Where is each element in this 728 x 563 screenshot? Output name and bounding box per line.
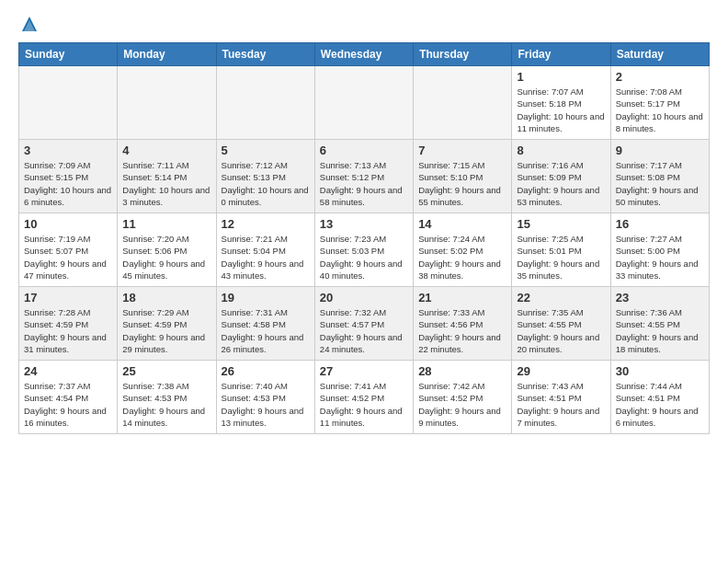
day-info: Sunrise: 7:24 AM Sunset: 5:02 PM Dayligh… [418,233,506,282]
table-row: 4Sunrise: 7:11 AM Sunset: 5:14 PM Daylig… [118,140,216,213]
calendar-week-row: 17Sunrise: 7:28 AM Sunset: 4:59 PM Dayli… [19,287,710,361]
day-info: Sunrise: 7:07 AM Sunset: 5:18 PM Dayligh… [517,86,605,134]
day-number: 19 [222,291,310,304]
logo [18,15,39,33]
calendar-week-row: 1Sunrise: 7:07 AM Sunset: 5:18 PM Daylig… [19,66,710,140]
table-row: 13Sunrise: 7:23 AM Sunset: 5:03 PM Dayli… [314,213,413,287]
day-info: Sunrise: 7:43 AM Sunset: 4:51 PM Dayligh… [517,380,605,429]
day-number: 20 [320,291,408,304]
day-info: Sunrise: 7:38 AM Sunset: 4:53 PM Dayligh… [122,380,210,429]
day-info: Sunrise: 7:28 AM Sunset: 4:59 PM Dayligh… [24,306,112,355]
day-info: Sunrise: 7:23 AM Sunset: 5:03 PM Dayligh… [320,233,408,282]
day-info: Sunrise: 7:16 AM Sunset: 5:09 PM Dayligh… [517,159,605,208]
table-row: 10Sunrise: 7:19 AM Sunset: 5:07 PM Dayli… [19,213,118,287]
table-row: 8Sunrise: 7:16 AM Sunset: 5:09 PM Daylig… [512,140,610,213]
weekday-sunday: Sunday [19,43,118,66]
table-row [19,66,118,140]
day-number: 18 [122,291,210,304]
day-number: 3 [24,144,112,157]
table-row: 12Sunrise: 7:21 AM Sunset: 5:04 PM Dayli… [216,213,314,287]
day-number: 1 [517,70,605,84]
day-number: 4 [122,144,210,157]
day-number: 22 [517,291,605,304]
table-row: 7Sunrise: 7:15 AM Sunset: 5:10 PM Daylig… [414,140,512,213]
day-info: Sunrise: 7:27 AM Sunset: 5:00 PM Dayligh… [616,233,704,282]
day-number: 6 [320,144,408,157]
day-info: Sunrise: 7:17 AM Sunset: 5:08 PM Dayligh… [616,159,704,208]
weekday-monday: Monday [118,43,216,66]
day-number: 10 [24,217,112,231]
day-number: 11 [122,217,210,231]
table-row: 6Sunrise: 7:13 AM Sunset: 5:12 PM Daylig… [314,140,413,213]
day-info: Sunrise: 7:08 AM Sunset: 5:17 PM Dayligh… [616,86,704,134]
weekday-friday: Friday [512,43,610,66]
table-row: 26Sunrise: 7:40 AM Sunset: 4:53 PM Dayli… [216,361,314,434]
weekday-thursday: Thursday [414,43,512,66]
table-row: 1Sunrise: 7:07 AM Sunset: 5:18 PM Daylig… [512,66,610,140]
calendar-table: SundayMondayTuesdayWednesdayThursdayFrid… [18,42,710,434]
table-row: 5Sunrise: 7:12 AM Sunset: 5:13 PM Daylig… [216,140,314,213]
day-info: Sunrise: 7:12 AM Sunset: 5:13 PM Dayligh… [222,159,310,208]
day-number: 2 [616,70,704,84]
table-row: 27Sunrise: 7:41 AM Sunset: 4:52 PM Dayli… [314,361,413,434]
day-info: Sunrise: 7:25 AM Sunset: 5:01 PM Dayligh… [517,233,605,282]
table-row: 9Sunrise: 7:17 AM Sunset: 5:08 PM Daylig… [610,140,709,213]
table-row: 17Sunrise: 7:28 AM Sunset: 4:59 PM Dayli… [19,287,118,361]
day-number: 26 [222,364,310,378]
day-info: Sunrise: 7:11 AM Sunset: 5:14 PM Dayligh… [122,159,210,208]
calendar-week-row: 10Sunrise: 7:19 AM Sunset: 5:07 PM Dayli… [19,213,710,287]
day-info: Sunrise: 7:19 AM Sunset: 5:07 PM Dayligh… [24,233,112,282]
day-number: 29 [517,364,605,378]
table-row: 2Sunrise: 7:08 AM Sunset: 5:17 PM Daylig… [610,66,709,140]
weekday-tuesday: Tuesday [216,43,314,66]
day-info: Sunrise: 7:31 AM Sunset: 4:58 PM Dayligh… [222,306,310,355]
day-number: 13 [320,217,408,231]
table-row: 28Sunrise: 7:42 AM Sunset: 4:52 PM Dayli… [414,361,512,434]
day-number: 23 [616,291,704,304]
weekday-saturday: Saturday [610,43,709,66]
day-info: Sunrise: 7:13 AM Sunset: 5:12 PM Dayligh… [320,159,408,208]
day-info: Sunrise: 7:15 AM Sunset: 5:10 PM Dayligh… [418,159,506,208]
table-row: 23Sunrise: 7:36 AM Sunset: 4:55 PM Dayli… [610,287,709,361]
day-number: 24 [24,364,112,378]
logo-icon [20,15,39,33]
table-row [414,66,512,140]
table-row: 15Sunrise: 7:25 AM Sunset: 5:01 PM Dayli… [512,213,610,287]
day-info: Sunrise: 7:37 AM Sunset: 4:54 PM Dayligh… [24,380,112,429]
table-row: 11Sunrise: 7:20 AM Sunset: 5:06 PM Dayli… [118,213,216,287]
day-info: Sunrise: 7:21 AM Sunset: 5:04 PM Dayligh… [222,233,310,282]
day-info: Sunrise: 7:20 AM Sunset: 5:06 PM Dayligh… [122,233,210,282]
day-number: 27 [320,364,408,378]
table-row: 30Sunrise: 7:44 AM Sunset: 4:51 PM Dayli… [610,361,709,434]
day-info: Sunrise: 7:29 AM Sunset: 4:59 PM Dayligh… [122,306,210,355]
day-number: 8 [517,144,605,157]
weekday-wednesday: Wednesday [314,43,413,66]
day-number: 25 [122,364,210,378]
table-row: 18Sunrise: 7:29 AM Sunset: 4:59 PM Dayli… [118,287,216,361]
day-number: 30 [616,364,704,378]
day-info: Sunrise: 7:09 AM Sunset: 5:15 PM Dayligh… [24,159,112,208]
day-info: Sunrise: 7:44 AM Sunset: 4:51 PM Dayligh… [616,380,704,429]
table-row: 29Sunrise: 7:43 AM Sunset: 4:51 PM Dayli… [512,361,610,434]
day-number: 15 [517,217,605,231]
table-row: 3Sunrise: 7:09 AM Sunset: 5:15 PM Daylig… [19,140,118,213]
table-row: 22Sunrise: 7:35 AM Sunset: 4:55 PM Dayli… [512,287,610,361]
day-number: 21 [418,291,506,304]
day-number: 12 [222,217,310,231]
header [18,15,710,33]
day-info: Sunrise: 7:41 AM Sunset: 4:52 PM Dayligh… [320,380,408,429]
day-info: Sunrise: 7:40 AM Sunset: 4:53 PM Dayligh… [222,380,310,429]
page: SundayMondayTuesdayWednesdayThursdayFrid… [0,0,728,563]
calendar-week-row: 3Sunrise: 7:09 AM Sunset: 5:15 PM Daylig… [19,140,710,213]
table-row: 25Sunrise: 7:38 AM Sunset: 4:53 PM Dayli… [118,361,216,434]
table-row [314,66,413,140]
day-number: 7 [418,144,506,157]
table-row [216,66,314,140]
table-row: 21Sunrise: 7:33 AM Sunset: 4:56 PM Dayli… [414,287,512,361]
table-row: 14Sunrise: 7:24 AM Sunset: 5:02 PM Dayli… [414,213,512,287]
day-number: 28 [418,364,506,378]
table-row: 19Sunrise: 7:31 AM Sunset: 4:58 PM Dayli… [216,287,314,361]
day-number: 9 [616,144,704,157]
day-number: 16 [616,217,704,231]
day-info: Sunrise: 7:32 AM Sunset: 4:57 PM Dayligh… [320,306,408,355]
